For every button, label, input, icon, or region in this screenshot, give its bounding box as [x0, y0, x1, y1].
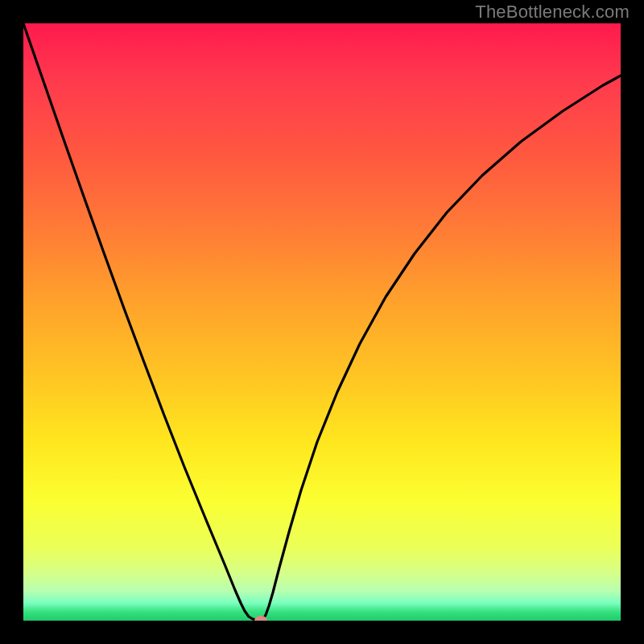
- bottleneck-curve: [23, 23, 621, 621]
- plot-area: [23, 23, 621, 621]
- optimal-point-marker: [254, 616, 267, 621]
- chart-frame: TheBottleneck.com: [0, 0, 644, 644]
- watermark-text: TheBottleneck.com: [475, 2, 630, 23]
- curve-svg: [23, 23, 621, 621]
